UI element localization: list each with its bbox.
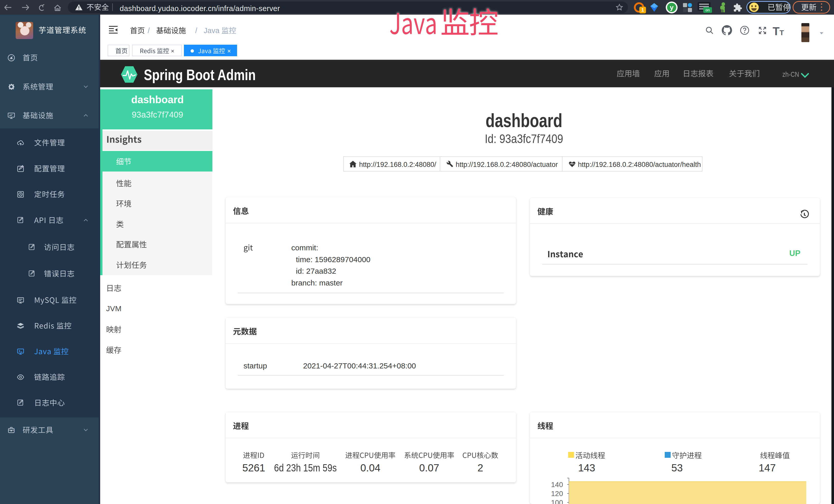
svg-text:140: 140	[551, 481, 563, 488]
svg-text:100: 100	[551, 499, 563, 504]
svg-text:120: 120	[551, 489, 563, 498]
svg-text:on: on	[706, 8, 710, 12]
